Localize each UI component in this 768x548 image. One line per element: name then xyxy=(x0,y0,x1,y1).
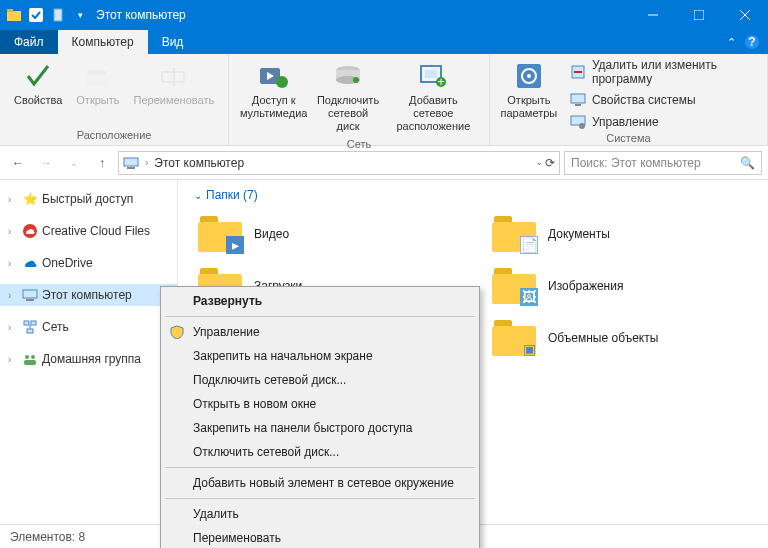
rename-button: Переименовать xyxy=(128,56,221,129)
chevron-right-icon[interactable]: › xyxy=(8,226,18,237)
chevron-right-icon[interactable]: › xyxy=(145,157,148,168)
network-icon xyxy=(22,319,38,335)
open-button: Открыть xyxy=(70,56,125,129)
folder-3d-objects[interactable]: ▣ Объемные объекты xyxy=(488,314,752,362)
tab-view[interactable]: Вид xyxy=(148,30,198,54)
folder-pictures[interactable]: 🖼 Изображения xyxy=(488,262,752,310)
system-properties-button[interactable]: Свойства системы xyxy=(566,90,759,110)
qat-dropdown-icon[interactable]: ▾ xyxy=(72,7,88,23)
search-box[interactable]: Поиск: Этот компьютер 🔍 xyxy=(564,151,762,175)
cm-disconnect-drive[interactable]: Отключить сетевой диск... xyxy=(163,440,477,464)
help-icon[interactable]: ? xyxy=(744,34,760,50)
properties-button[interactable]: Свойства xyxy=(8,56,68,129)
chevron-right-icon[interactable]: › xyxy=(8,258,18,269)
chevron-right-icon[interactable]: › xyxy=(8,322,18,333)
svg-point-20 xyxy=(353,77,359,83)
chevron-right-icon[interactable]: › xyxy=(8,354,18,365)
monitor-icon xyxy=(570,92,586,108)
cm-delete[interactable]: Удалить xyxy=(163,502,477,526)
open-settings-button[interactable]: Открыть параметры xyxy=(498,56,560,132)
window-title: Этот компьютер xyxy=(96,8,186,22)
cloud-icon xyxy=(22,223,38,239)
cm-map-drive[interactable]: Подключить сетевой диск... xyxy=(163,368,477,392)
svg-point-16 xyxy=(276,76,288,88)
settings-icon xyxy=(513,60,545,92)
close-button[interactable] xyxy=(722,0,768,30)
search-icon[interactable]: 🔍 xyxy=(740,156,755,170)
cm-manage[interactable]: Управление xyxy=(163,320,477,344)
checkmark-icon xyxy=(22,60,54,92)
onedrive-icon xyxy=(22,255,38,271)
add-location-icon: + xyxy=(417,60,449,92)
open-icon xyxy=(82,60,114,92)
ribbon-group-system: Открыть параметры Удалить или изменить п… xyxy=(490,54,768,145)
address-bar[interactable]: › Этот компьютер ⌄ ⟳ xyxy=(118,151,560,175)
cm-pin-quick[interactable]: Закрепить на панели быстрого доступа xyxy=(163,416,477,440)
ribbon-collapse-icon[interactable]: ⌃ xyxy=(727,36,736,49)
sidebar-item-homegroup[interactable]: › Домашняя группа xyxy=(0,348,177,370)
qat-item-icon[interactable] xyxy=(50,7,66,23)
sidebar-item-quick-access[interactable]: › ⭐ Быстрый доступ xyxy=(0,188,177,210)
ribbon-group-location: Свойства Открыть Переименовать Расположе… xyxy=(0,54,229,145)
minimize-button[interactable] xyxy=(630,0,676,30)
qat-checkbox-icon[interactable] xyxy=(28,7,44,23)
svg-rect-22 xyxy=(425,70,437,78)
map-drive-button[interactable]: Подключить сетевой диск xyxy=(312,56,384,138)
cm-pin-start[interactable]: Закрепить на начальном экране xyxy=(163,344,477,368)
explorer-icon xyxy=(6,7,22,23)
media-icon xyxy=(258,60,290,92)
media-access-button[interactable]: Доступ к мультимедиа xyxy=(237,56,310,138)
status-element-count: Элементов: 8 xyxy=(10,530,85,544)
folder-documents[interactable]: 📄 Документы xyxy=(488,210,752,258)
uninstall-icon xyxy=(570,64,586,80)
manage-icon xyxy=(570,114,586,130)
folder-icon: ▣ xyxy=(492,320,536,356)
chevron-down-icon[interactable]: ⌄ xyxy=(194,190,202,201)
ribbon-group-network: Доступ к мультимедиа Подключить сетевой … xyxy=(229,54,490,145)
rename-icon xyxy=(158,60,190,92)
breadcrumb[interactable]: Этот компьютер xyxy=(154,156,244,170)
folder-icon: ▸ xyxy=(198,216,242,252)
folder-icon: 📄 xyxy=(492,216,536,252)
svg-rect-45 xyxy=(24,360,36,365)
svg-point-27 xyxy=(527,74,531,78)
chevron-right-icon[interactable]: › xyxy=(8,194,18,205)
svg-point-43 xyxy=(25,355,29,359)
cm-new-window[interactable]: Открыть в новом окне xyxy=(163,392,477,416)
shield-icon xyxy=(169,324,185,340)
sidebar-item-creative-cloud[interactable]: › Creative Cloud Files xyxy=(0,220,177,242)
svg-rect-31 xyxy=(575,104,581,106)
recent-dropdown[interactable]: ⌄ xyxy=(62,151,86,175)
cm-add-net-location[interactable]: Добавить новый элемент в сетевое окружен… xyxy=(163,471,477,495)
uninstall-button[interactable]: Удалить или изменить программу xyxy=(566,56,759,88)
manage-button[interactable]: Управление xyxy=(566,112,759,132)
svg-point-33 xyxy=(579,123,585,129)
sidebar-item-this-pc[interactable]: › Этот компьютер xyxy=(0,284,177,306)
chevron-right-icon[interactable]: › xyxy=(8,290,18,301)
sidebar-item-onedrive[interactable]: › OneDrive xyxy=(0,252,177,274)
search-placeholder: Поиск: Этот компьютер xyxy=(571,156,740,170)
cm-expand[interactable]: Развернуть xyxy=(163,289,477,313)
svg-rect-37 xyxy=(23,290,37,298)
svg-rect-3 xyxy=(54,9,62,21)
svg-rect-38 xyxy=(26,299,34,301)
add-location-button[interactable]: + Добавить сетевое расположение xyxy=(386,56,481,138)
homegroup-icon xyxy=(22,351,38,367)
svg-rect-40 xyxy=(31,321,36,325)
folder-video[interactable]: ▸ Видео xyxy=(194,210,458,258)
back-button[interactable]: ← xyxy=(6,151,30,175)
ribbon: Свойства Открыть Переименовать Расположе… xyxy=(0,54,768,146)
svg-rect-41 xyxy=(27,329,33,333)
svg-text:+: + xyxy=(438,75,445,89)
cm-rename[interactable]: Переименовать xyxy=(163,526,477,548)
up-button[interactable]: ↑ xyxy=(90,151,114,175)
address-dropdown-icon[interactable]: ⌄ xyxy=(535,156,543,170)
refresh-icon[interactable]: ⟳ xyxy=(545,156,555,170)
context-menu: Развернуть Управление Закрепить на начал… xyxy=(160,286,480,548)
folders-section-header[interactable]: ⌄ Папки (7) xyxy=(194,188,752,202)
maximize-button[interactable] xyxy=(676,0,722,30)
sidebar-item-network[interactable]: › Сеть xyxy=(0,316,177,338)
tab-file[interactable]: Файл xyxy=(0,30,58,54)
tab-computer[interactable]: Компьютер xyxy=(58,30,148,54)
svg-rect-2 xyxy=(29,8,43,22)
